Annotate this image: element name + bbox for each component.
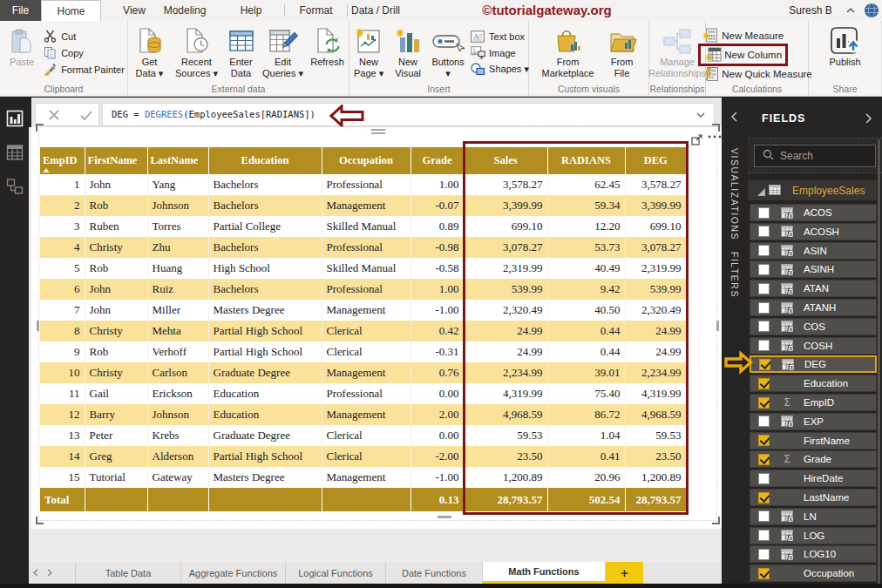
get-data-button[interactable]: Get Data ▾ [128, 24, 172, 84]
unchecked-checkbox[interactable] [758, 264, 770, 275]
checked-checkbox[interactable] [758, 378, 770, 389]
column-header-firstname[interactable]: FirstName [85, 147, 147, 174]
ribbon-tab-home[interactable]: Home [41, 0, 101, 21]
field-item-deg[interactable]: fxDEG [750, 355, 877, 373]
unchecked-checkbox[interactable] [758, 340, 770, 351]
from-file-button[interactable]: From File [601, 24, 643, 84]
ribbon-tab-help[interactable]: Help [225, 0, 277, 21]
report-view-icon[interactable] [6, 109, 24, 128]
checked-checkbox[interactable] [759, 359, 770, 370]
search-input[interactable]: Search [754, 145, 876, 167]
field-item-cosh[interactable]: fxCOSH [750, 337, 877, 355]
unchecked-checkbox[interactable] [758, 549, 770, 560]
commit-formula-icon[interactable] [79, 109, 93, 122]
cut-button[interactable]: Cut [41, 28, 76, 44]
unchecked-checkbox[interactable] [758, 416, 770, 427]
field-item-log10[interactable]: fxLOG10 [750, 545, 877, 563]
ribbon-tab-modeling[interactable]: Modeling [155, 0, 214, 21]
field-item-asin[interactable]: fxASIN [750, 242, 877, 260]
field-item-ln[interactable]: fxLN [750, 508, 877, 525]
manage-relationships-button[interactable]: Manage Relationships [649, 24, 705, 84]
resize-handle[interactable] [37, 321, 39, 331]
checked-checkbox[interactable] [758, 454, 770, 465]
edit-queries-button[interactable]: Edit Queries ▾ [261, 24, 306, 84]
unchecked-checkbox[interactable] [758, 321, 770, 332]
resize-handle[interactable] [712, 517, 720, 524]
collapse-fields-icon[interactable] [863, 112, 873, 128]
field-item-empid[interactable]: ΣEmpID [750, 394, 877, 411]
page-tab-aggregate-functions[interactable]: Aggregate Functions [181, 562, 286, 584]
column-header-lastname[interactable]: LastName [147, 147, 208, 174]
recent-sources-button[interactable]: Recent Sources ▾ [172, 24, 222, 84]
field-item-education[interactable]: Education [750, 375, 877, 392]
paste-button[interactable]: Paste [3, 24, 41, 84]
resize-handle[interactable] [716, 321, 719, 331]
field-item-occupation[interactable]: Occupation [750, 564, 877, 582]
new-visual-button[interactable]: New Visual [389, 24, 427, 84]
from-marketplace-button[interactable]: From Marketplace [535, 24, 601, 84]
fields-table-item[interactable]: EmployeeSales [748, 180, 877, 200]
drag-grip[interactable] [371, 129, 385, 131]
shapes-button[interactable]: Shapes ▾ [469, 61, 529, 78]
new-quick-measure-button[interactable]: New Quick Measure [698, 65, 816, 84]
new-page-button[interactable]: New Page ▾ [349, 24, 389, 84]
buttons-button[interactable]: Buttons ▾ [427, 24, 469, 84]
help-globe-icon[interactable] [864, 3, 879, 18]
collapse-ribbon-icon[interactable] [844, 3, 859, 17]
unchecked-checkbox[interactable] [758, 302, 770, 314]
model-view-icon[interactable] [6, 177, 24, 196]
data-view-icon[interactable] [6, 143, 24, 162]
unchecked-checkbox[interactable] [758, 245, 770, 256]
page-tab-date-functions[interactable]: Date Functions [386, 562, 483, 584]
expand-pane-icon[interactable] [729, 111, 740, 126]
cancel-formula-icon[interactable] [48, 109, 61, 122]
drag-grip[interactable] [371, 132, 385, 134]
field-item-asinh[interactable]: fxASINH [750, 260, 877, 278]
column-header-education[interactable]: Education [208, 147, 322, 174]
resize-handle[interactable] [36, 517, 44, 524]
checked-checkbox[interactable] [758, 435, 770, 446]
field-item-firstname[interactable]: FirstName [750, 432, 877, 449]
file-menu-button[interactable]: File [0, 0, 41, 21]
new-page-button[interactable]: + [606, 562, 643, 584]
column-header-empid[interactable]: EmpID [40, 147, 85, 174]
column-header-grade[interactable]: Grade [410, 147, 464, 174]
page-tab-logical-functions[interactable]: Logical Functions [286, 562, 386, 584]
filters-pane-label[interactable]: FILTERS [729, 252, 740, 298]
checked-checkbox[interactable] [758, 397, 770, 409]
copy-button[interactable]: Copy [41, 44, 84, 61]
field-item-hiredate[interactable]: HireDate [750, 470, 877, 487]
resize-handle[interactable] [712, 124, 720, 132]
unchecked-checkbox[interactable] [758, 530, 770, 541]
collapse-table-icon[interactable] [757, 184, 765, 199]
field-item-atan[interactable]: fxATAN [750, 280, 877, 297]
image-button[interactable]: Image [469, 44, 516, 61]
text-box-button[interactable]: AText box [469, 28, 525, 44]
unchecked-checkbox[interactable] [758, 283, 770, 294]
new-measure-button[interactable]: New Measure [698, 26, 787, 44]
drag-grip[interactable] [438, 516, 451, 518]
focus-mode-icon[interactable] [691, 134, 702, 145]
field-item-grade[interactable]: ΣGrade [750, 450, 877, 468]
refresh-button[interactable]: Refresh [306, 24, 349, 84]
field-item-lastname[interactable]: LastName [750, 489, 877, 506]
more-options-icon[interactable] [708, 134, 722, 139]
expand-formula-icon[interactable] [695, 108, 707, 125]
page-nav-forward-icon[interactable] [43, 562, 57, 584]
formula-input[interactable]: DEG = DEGREES(EmployeeSales[RADIANS]) [102, 103, 715, 126]
field-item-cos[interactable]: fxCOS [750, 318, 877, 335]
signed-in-user[interactable]: Suresh B [783, 0, 838, 21]
enter-data-button[interactable]: Enter Data [222, 24, 261, 84]
ribbon-tab-format[interactable]: Format [285, 0, 347, 21]
unchecked-checkbox[interactable] [758, 510, 770, 522]
unchecked-checkbox[interactable] [758, 226, 770, 237]
format-painter-button[interactable]: Format Painter [41, 61, 125, 78]
page-nav-back-icon[interactable] [29, 562, 43, 584]
unchecked-checkbox[interactable] [758, 207, 770, 219]
checked-checkbox[interactable] [758, 492, 770, 504]
checked-checkbox[interactable] [758, 568, 770, 579]
visualizations-pane-label[interactable]: VISUALIZATIONS [729, 148, 740, 240]
field-item-log[interactable]: fxLOG [750, 527, 877, 544]
page-tab-table-data[interactable]: Table Data [75, 562, 181, 584]
field-item-acos[interactable]: fxACOS [750, 204, 877, 221]
